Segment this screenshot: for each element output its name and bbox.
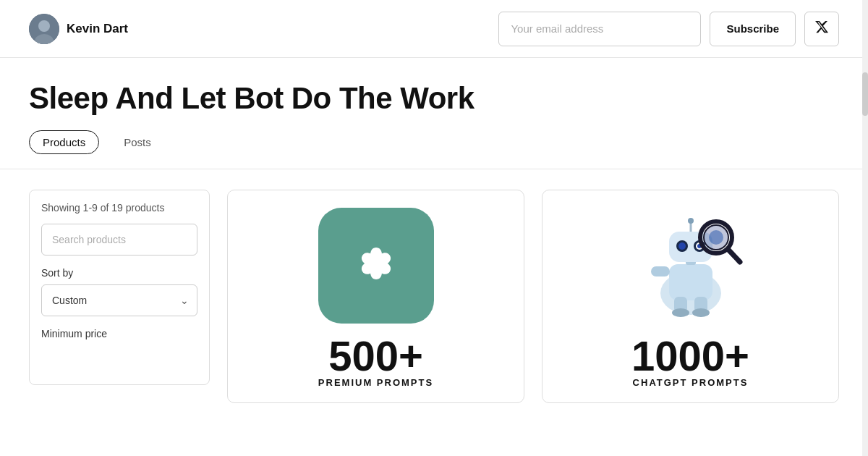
author-name: Kevin Dart <box>67 22 128 36</box>
svg-point-1 <box>38 20 50 32</box>
showing-text: Showing 1-9 of 19 products <box>41 202 197 214</box>
header: Kevin Dart Subscribe <box>0 0 868 58</box>
product-card-2[interactable]: 1000+ CHATGPT PROMPTS <box>542 190 839 403</box>
product-subtitle-1: PREMIUM PROMPTS <box>318 377 433 388</box>
avatar <box>29 14 59 44</box>
hero-title: Sleep And Let Bot Do The Work <box>29 81 839 116</box>
svg-point-20 <box>692 308 710 317</box>
svg-rect-21 <box>651 266 670 276</box>
tab-products[interactable]: Products <box>29 130 99 154</box>
chatgpt-icon <box>318 208 434 324</box>
min-price-label: Minimum price <box>41 328 197 339</box>
product-count-2: 1000+ <box>631 335 749 377</box>
product-card-1[interactable]: 500+ PREMIUM PROMPTS <box>227 190 524 403</box>
search-products-input[interactable] <box>41 224 197 256</box>
email-input[interactable] <box>498 12 701 46</box>
svg-rect-4 <box>669 264 712 300</box>
sort-select[interactable]: Custom Price: Low to High Price: High to… <box>41 284 197 316</box>
robot-icon <box>626 208 756 324</box>
scrollbar-thumb[interactable] <box>862 72 868 116</box>
svg-point-9 <box>678 242 686 250</box>
product-count-1: 500+ <box>328 335 423 377</box>
sort-by-label: Sort by <box>41 267 197 279</box>
main-content: Showing 1-9 of 19 products Sort by Custo… <box>0 169 868 423</box>
x-icon <box>814 20 829 38</box>
subscribe-button[interactable]: Subscribe <box>710 12 796 46</box>
hero-section: Sleep And Let Bot Do The Work Products P… <box>0 58 868 169</box>
nav-tabs: Products Posts <box>29 130 839 154</box>
header-actions: Subscribe <box>498 12 839 46</box>
svg-point-19 <box>672 308 689 317</box>
svg-line-15 <box>728 250 740 262</box>
sort-select-wrapper: Custom Price: Low to High Price: High to… <box>41 284 197 316</box>
products-area: 500+ PREMIUM PROMPTS <box>227 190 839 403</box>
author-info: Kevin Dart <box>29 14 128 44</box>
tab-posts[interactable]: Posts <box>111 131 164 153</box>
product-subtitle-2: CHATGPT PROMPTS <box>633 377 749 388</box>
product-image-chatgpt <box>242 208 509 324</box>
svg-point-16 <box>709 230 723 245</box>
x-twitter-button[interactable] <box>804 12 839 46</box>
product-image-robot <box>557 208 824 324</box>
svg-point-23 <box>688 218 694 224</box>
sidebar: Showing 1-9 of 19 products Sort by Custo… <box>29 190 210 385</box>
